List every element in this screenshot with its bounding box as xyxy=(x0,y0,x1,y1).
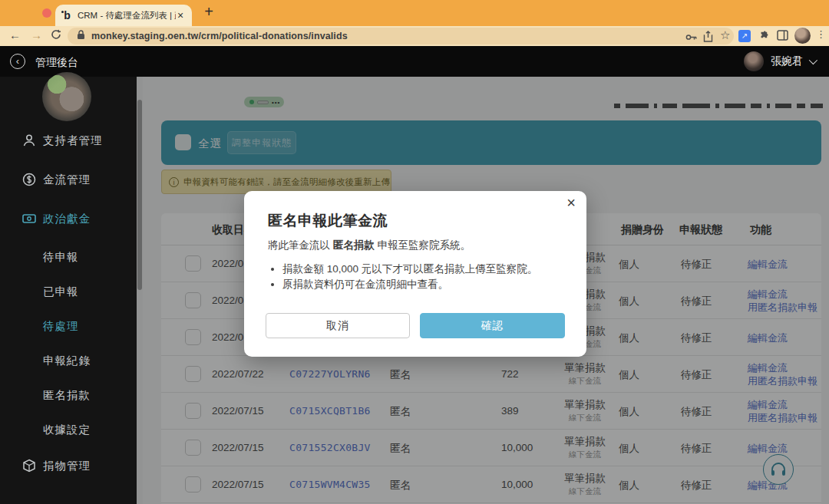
sidebar-item-label: 待處理 xyxy=(43,319,79,334)
sidebar-item-label: 政治獻金 xyxy=(43,212,91,226)
sidebar-item-label: 支持者管理 xyxy=(43,133,103,148)
tab-close-icon[interactable]: × xyxy=(177,9,183,21)
app-topbar: ‹ 管理後台 張婉君 xyxy=(0,46,829,77)
sidebar-item-8[interactable]: 匿名捐款 xyxy=(0,384,137,407)
dialog-bullet: 原捐款資料仍可在金流明細中查看。 xyxy=(282,277,537,292)
app-title: 管理後台 xyxy=(35,56,78,70)
url-bar[interactable]: monkey.staging.oen.tw/crm/political-dona… xyxy=(68,28,734,44)
extensions-puzzle-icon[interactable] xyxy=(758,30,770,44)
sidebar-item-label: 已申報 xyxy=(43,285,79,299)
new-tab-button[interactable]: + xyxy=(200,3,218,21)
sidebar-item-2[interactable]: 金流管理 xyxy=(0,168,137,191)
person-icon xyxy=(21,133,37,148)
sidebar-item-5[interactable]: 已申報 xyxy=(0,280,137,303)
back-circle-icon[interactable]: ‹ xyxy=(10,54,25,69)
sidebar-item-10[interactable]: 捐物管理 xyxy=(0,454,137,477)
user-menu[interactable]: 張婉君 xyxy=(744,51,815,71)
dialog-bullet-list: 捐款金額 10,000 元以下才可以匿名捐款上傳至監察院。原捐款資料仍可在金流明… xyxy=(282,262,537,292)
extension-shortcut-icon[interactable]: ↗ xyxy=(738,30,751,42)
sidebar-item-label: 匿名捐款 xyxy=(43,388,91,403)
password-key-icon[interactable] xyxy=(685,31,698,45)
sidebar-item-label: 捐物管理 xyxy=(43,459,91,473)
body-suffix: 申報至監察院系統。 xyxy=(375,239,471,251)
box-icon xyxy=(21,458,37,473)
share-icon[interactable] xyxy=(703,31,713,45)
sidebar-item-7[interactable]: 申報紀錄 xyxy=(0,349,137,372)
browser-menu-icon[interactable]: ⋮ xyxy=(816,28,826,40)
dialog-body: 將此筆金流以 匿名捐款 申報至監察院系統。 xyxy=(268,239,471,252)
dialog-title: 匿名申報此筆金流 xyxy=(268,211,388,231)
user-avatar xyxy=(744,51,764,71)
lock-icon xyxy=(77,29,85,43)
sidebar-item-label: 金流管理 xyxy=(43,173,91,187)
tab-title: CRM - 待處理金流列表 | 政治獻 xyxy=(78,10,176,21)
site-favicon-icon: b xyxy=(61,10,73,21)
body-prefix: 將此筆金流以 xyxy=(268,239,333,251)
forward-icon[interactable]: → xyxy=(31,28,42,41)
sidebar-item-9[interactable]: 收據設定 xyxy=(0,418,137,441)
confirm-button[interactable]: 確認 xyxy=(420,313,565,338)
dollar-icon xyxy=(21,172,37,187)
side-panel-icon[interactable] xyxy=(777,30,788,44)
user-name: 張婉君 xyxy=(771,54,803,68)
sidebar-item-6[interactable]: 待處理 xyxy=(0,315,137,338)
url-text: monkey.staging.oen.tw/crm/political-dona… xyxy=(91,31,348,41)
body-bold: 匿名捐款 xyxy=(333,239,375,251)
back-icon[interactable]: ← xyxy=(9,28,21,41)
sidebar-item-label: 申報紀錄 xyxy=(43,354,91,368)
sidebar-item-4[interactable]: 待申報 xyxy=(0,245,137,268)
org-avatar[interactable] xyxy=(42,72,91,121)
sidebar-item-1[interactable]: 支持者管理 xyxy=(0,129,137,152)
browser-tabstrip: b CRM - 待處理金流列表 | 政治獻 × + xyxy=(0,0,829,26)
bookmark-star-icon[interactable]: ☆ xyxy=(720,28,730,42)
browser-toolbar: ← → monkey.staging.oen.tw/crm/political-… xyxy=(0,26,829,46)
close-icon[interactable]: × xyxy=(566,194,576,212)
window-close-button[interactable] xyxy=(42,8,51,18)
sidebar-item-3[interactable]: 政治獻金 xyxy=(0,207,137,230)
sidebar: 支持者管理金流管理政治獻金待申報已申報待處理申報紀錄匿名捐款收據設定捐物管理 xyxy=(0,77,137,504)
banknote-icon xyxy=(21,211,37,226)
sidebar-item-label: 收據設定 xyxy=(43,423,91,437)
browser-tab[interactable]: b CRM - 待處理金流列表 | 政治獻 × xyxy=(55,5,192,26)
anonymous-report-dialog: × 匿名申報此筆金流 將此筆金流以 匿名捐款 申報至監察院系統。 捐款金額 10… xyxy=(244,191,586,357)
dialog-bullet: 捐款金額 10,000 元以下才可以匿名捐款上傳至監察院。 xyxy=(282,262,537,277)
reload-icon[interactable] xyxy=(51,29,61,42)
sidebar-item-label: 待申報 xyxy=(43,250,79,265)
browser-profile-avatar[interactable] xyxy=(794,28,811,44)
cancel-button[interactable]: 取消 xyxy=(266,313,410,338)
chevron-down-icon xyxy=(809,56,817,64)
